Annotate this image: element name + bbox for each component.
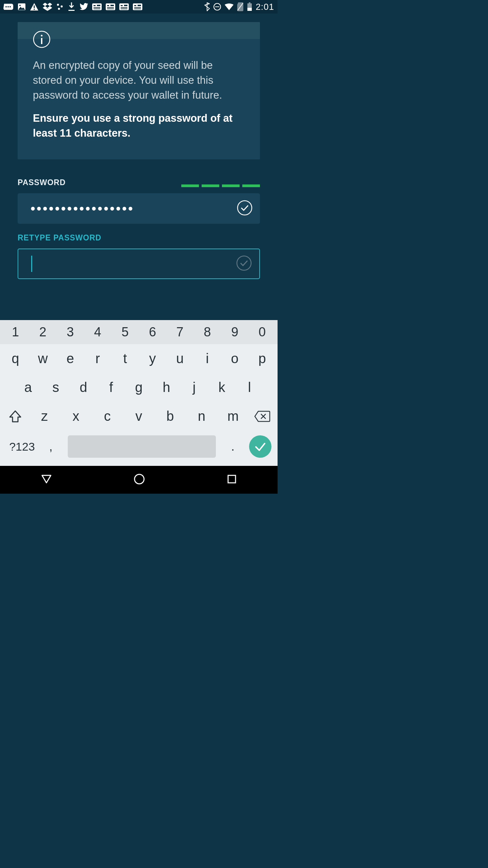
key-b[interactable]: b — [155, 409, 186, 424]
strength-segment — [242, 184, 260, 187]
key-1[interactable]: 1 — [2, 325, 29, 339]
more-notifications-icon — [3, 3, 14, 11]
key-s[interactable]: s — [42, 380, 70, 395]
battery-icon — [247, 2, 252, 11]
strength-segment — [202, 184, 219, 187]
key-z[interactable]: z — [29, 409, 60, 424]
key-k[interactable]: k — [208, 380, 236, 395]
key-5[interactable]: 5 — [111, 325, 139, 339]
no-sim-icon — [237, 2, 244, 11]
key-x[interactable]: x — [60, 409, 92, 424]
key-d[interactable]: d — [69, 380, 97, 395]
nav-recent-icon[interactable] — [227, 474, 237, 486]
key-3[interactable]: 3 — [57, 325, 84, 339]
key-9[interactable]: 9 — [221, 325, 248, 339]
keyboard-number-row: 1 2 3 4 5 6 7 8 9 0 — [0, 320, 278, 344]
key-h[interactable]: h — [152, 380, 180, 395]
key-g[interactable]: g — [125, 380, 153, 395]
retype-label: RETYPE PASSWORD — [18, 233, 101, 242]
key-q[interactable]: q — [2, 351, 29, 366]
svg-rect-5 — [34, 5, 35, 8]
key-v[interactable]: v — [123, 409, 155, 424]
nav-back-icon[interactable] — [41, 474, 52, 486]
key-w[interactable]: w — [29, 351, 57, 366]
dots-icon — [56, 3, 64, 11]
symbols-key[interactable]: ?123 — [3, 440, 41, 453]
key-7[interactable]: 7 — [166, 325, 194, 339]
key-m[interactable]: m — [217, 409, 249, 424]
key-i[interactable]: i — [194, 351, 221, 366]
shift-key[interactable] — [2, 410, 29, 423]
key-j[interactable]: j — [180, 380, 208, 395]
svg-point-1 — [7, 6, 9, 7]
info-icon — [33, 31, 245, 50]
status-left-icons — [3, 2, 142, 11]
text-cursor — [31, 256, 32, 272]
svg-point-8 — [61, 5, 63, 7]
svg-rect-14 — [94, 8, 100, 9]
backspace-key[interactable] — [249, 411, 276, 422]
svg-rect-32 — [215, 6, 219, 7]
svg-rect-27 — [134, 5, 136, 6]
svg-rect-23 — [121, 7, 127, 8]
key-2[interactable]: 2 — [29, 325, 57, 339]
news-icon-4 — [133, 3, 142, 10]
svg-point-40 — [238, 201, 252, 215]
info-card: An encrypted copy of your seed will be s… — [18, 22, 260, 159]
svg-point-38 — [41, 35, 43, 37]
password-input[interactable]: ••••••••••••••••• — [18, 193, 260, 224]
svg-point-0 — [5, 6, 7, 7]
svg-rect-22 — [121, 5, 123, 6]
password-check-icon — [237, 200, 252, 217]
svg-rect-18 — [107, 7, 114, 8]
gallery-icon — [18, 3, 26, 11]
svg-rect-29 — [134, 8, 141, 9]
key-y[interactable]: y — [139, 351, 166, 366]
svg-rect-39 — [41, 38, 42, 44]
twitter-icon — [79, 3, 88, 11]
key-a[interactable]: a — [14, 380, 42, 395]
keyboard-bottom-row: ?123 , . — [0, 431, 278, 466]
key-8[interactable]: 8 — [194, 325, 221, 339]
key-f[interactable]: f — [97, 380, 125, 395]
svg-point-4 — [19, 5, 21, 6]
key-o[interactable]: o — [221, 351, 248, 366]
key-c[interactable]: c — [92, 409, 123, 424]
svg-rect-34 — [249, 2, 250, 3]
key-u[interactable]: u — [166, 351, 194, 366]
svg-rect-15 — [97, 5, 100, 6]
status-time: 2:01 — [256, 2, 274, 12]
spacebar-key[interactable] — [68, 435, 216, 458]
navigation-bar — [0, 466, 278, 494]
svg-rect-28 — [134, 7, 141, 8]
svg-rect-30 — [138, 5, 141, 6]
bluetooth-icon — [204, 2, 210, 11]
key-n[interactable]: n — [186, 409, 218, 424]
retype-password-input[interactable] — [18, 249, 260, 279]
key-l[interactable]: l — [236, 380, 263, 395]
content-area: An encrypted copy of your seed will be s… — [0, 14, 278, 320]
soft-keyboard: 1 2 3 4 5 6 7 8 9 0 q w e r t y u i o p … — [0, 320, 278, 466]
key-4[interactable]: 4 — [84, 325, 111, 339]
key-e[interactable]: e — [57, 351, 84, 366]
key-r[interactable]: r — [84, 351, 111, 366]
key-p[interactable]: p — [248, 351, 276, 366]
svg-point-2 — [9, 6, 11, 7]
svg-point-9 — [58, 8, 60, 10]
key-6[interactable]: 6 — [139, 325, 166, 339]
retype-field-block: RETYPE PASSWORD — [18, 233, 260, 279]
key-t[interactable]: t — [111, 351, 139, 366]
svg-rect-19 — [107, 8, 114, 9]
comma-key[interactable]: , — [41, 439, 61, 454]
key-0[interactable]: 0 — [248, 325, 276, 339]
wifi-icon — [225, 3, 233, 10]
svg-point-42 — [135, 474, 144, 484]
svg-rect-12 — [94, 5, 96, 6]
keyboard-row-2: a s d f g h j k l — [0, 373, 278, 402]
strength-segment — [181, 184, 199, 187]
enter-key[interactable] — [249, 435, 271, 458]
nav-home-icon[interactable] — [134, 473, 145, 486]
warning-icon — [30, 3, 39, 11]
period-key[interactable]: . — [223, 439, 243, 454]
svg-rect-10 — [68, 10, 75, 11]
